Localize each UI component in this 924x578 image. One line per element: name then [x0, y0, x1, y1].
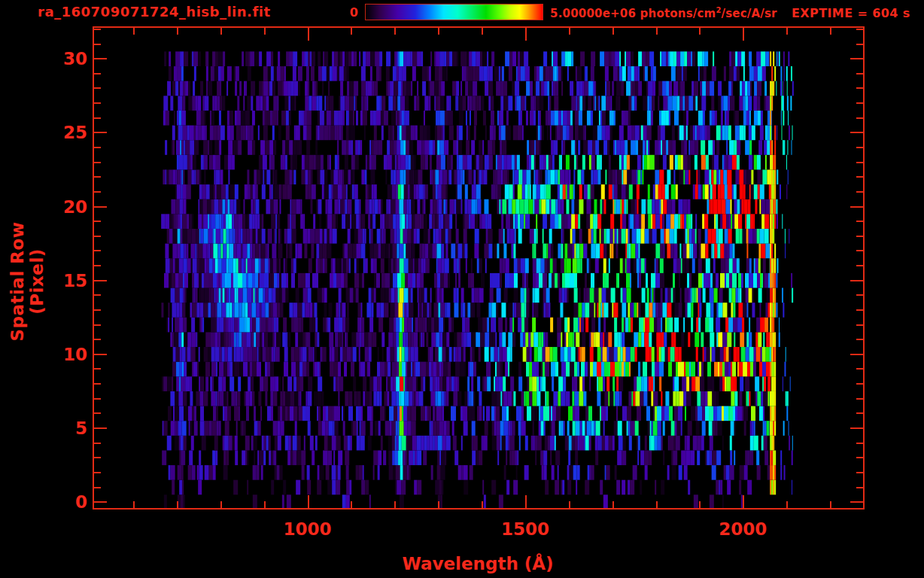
- plot-area: [93, 26, 865, 510]
- x-tick-label: 2000: [698, 519, 788, 540]
- colorbar-units-pre: photons/cm: [636, 7, 716, 20]
- exptime-label: EXPTIME = 604 s: [792, 6, 910, 20]
- colorbar-units-sup: 2: [716, 6, 721, 14]
- y-tick-label: 30: [30, 48, 87, 69]
- colorbar-max-value: 5.00000e+06: [550, 7, 636, 20]
- colorbar-max-label: 5.00000e+06 photons/cm2/sec/A/sr: [550, 6, 777, 20]
- spectral-image-viewer: ra_160709071724_hisb_lin.fit 0 5.00000e+…: [0, 0, 924, 578]
- colorbar-units-post: /sec/A/sr: [722, 7, 777, 20]
- y-tick-label: 10: [30, 344, 87, 365]
- file-title: ra_160709071724_hisb_lin.fit: [38, 4, 271, 20]
- colorbar-gradient: [365, 4, 543, 20]
- x-tick-label: 1000: [263, 519, 353, 540]
- y-tick-label: 25: [30, 122, 87, 143]
- y-tick-label: 20: [30, 196, 87, 218]
- spectrogram-canvas: [94, 28, 863, 508]
- x-tick-label: 1500: [480, 519, 570, 540]
- y-tick-label: 0: [30, 491, 87, 513]
- y-tick-label: 5: [30, 418, 87, 439]
- y-tick-label: 15: [30, 270, 87, 291]
- x-axis-title: Wavelength (Å): [365, 554, 591, 573]
- colorbar-min-label: 0: [337, 5, 358, 20]
